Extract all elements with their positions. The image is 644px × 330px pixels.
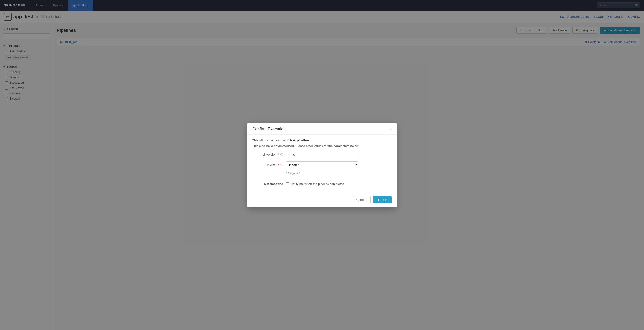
modal-title: Confirm Execution [252, 127, 286, 132]
ci-version-help-icon: ⓘ [280, 153, 283, 156]
notifications-label: Notifications [252, 182, 286, 186]
notify-checkbox-wrap: Notify me when the pipeline completes [286, 182, 344, 186]
branch-label: branch * ⓘ [252, 163, 286, 167]
modal-header: Confirm Execution × [248, 123, 396, 135]
branch-select[interactable]: master develop main [286, 162, 358, 168]
modal-intro-text: This will start a new run of first_pipel… [252, 138, 392, 142]
modal-pipeline-name: first_pipeline [289, 138, 309, 142]
ci-version-input[interactable] [286, 152, 358, 158]
modal-params-intro: This pipeline is parameterized. Please e… [252, 144, 392, 148]
ci-version-required-star: * [278, 153, 279, 156]
run-play-icon: ▶ [378, 198, 380, 202]
confirm-execution-modal: Confirm Execution × This will start a ne… [248, 123, 396, 207]
branch-help-icon: ⓘ [280, 163, 283, 166]
notify-checkbox[interactable] [286, 182, 289, 186]
modal-footer: Cancel ▶ Run [248, 193, 396, 207]
modal-overlay[interactable]: Confirm Execution × This will start a ne… [0, 0, 644, 330]
notify-label: Notify me when the pipeline completes [290, 182, 344, 186]
modal-close-button[interactable]: × [389, 127, 392, 131]
branch-required-star: * [278, 163, 279, 166]
run-button[interactable]: ▶ Run [373, 196, 392, 204]
cancel-button[interactable]: Cancel [352, 196, 370, 204]
modal-divider [252, 179, 392, 179]
ci-version-row: ci_version * ⓘ [252, 152, 392, 158]
required-note: * Required [252, 172, 392, 175]
modal-body: This will start a new run of first_pipel… [248, 135, 396, 193]
notifications-row: Notifications Notify me when the pipelin… [252, 182, 392, 186]
ci-version-label: ci_version * ⓘ [252, 153, 286, 156]
branch-row: branch * ⓘ master develop main [252, 162, 392, 168]
